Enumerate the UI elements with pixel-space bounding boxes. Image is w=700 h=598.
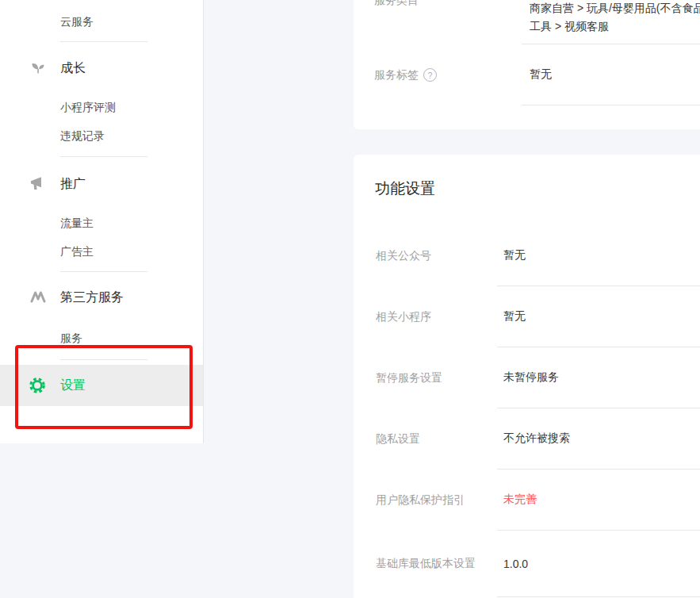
table-row: 暂停服务设置 未暂停服务 (354, 347, 700, 408)
table-row: 基础库最低版本设置 1.0.0 (354, 531, 700, 597)
sidebar-divider (60, 156, 147, 157)
related-miniprogram-label: 相关小程序 (354, 286, 497, 347)
table-row: 隐私设置 不允许被搜索 (354, 408, 700, 470)
table-row: 用户隐私保护指引 未完善 (354, 470, 700, 531)
service-category-row: 服务类目 商家自营 > 玩具/母婴用品(不含食品) 工具 > 视频客服 (354, 0, 700, 44)
sidebar-section-third-party[interactable]: 第三方服务 (60, 288, 124, 307)
service-category-label: 服务类目 (374, 0, 522, 8)
user-privacy-guide-label: 用户隐私保护指引 (354, 470, 497, 531)
function-settings-card: 功能设置 相关公众号 暂无 相关小程序 暂无 暂停服务设置 未暂停服务 隐私设置… (354, 155, 700, 598)
service-tag-label: 服务标签 (374, 68, 419, 82)
sidebar-item-miniprogram-review[interactable]: 小程序评测 (60, 98, 116, 116)
third-party-icon (29, 289, 47, 306)
table-row: 相关小程序 暂无 (354, 286, 700, 347)
service-tag-row: 服务标签 ? 暂无 (354, 44, 700, 105)
sidebar-item-violation-record[interactable]: 违规记录 (60, 127, 105, 144)
pause-service-value: 未暂停服务 (497, 347, 700, 408)
related-official-account-value: 暂无 (497, 225, 700, 286)
privacy-setting-value: 不允许被搜索 (497, 408, 700, 470)
service-category-line-2: 工具 > 视频客服 (530, 17, 700, 36)
service-category-line-1: 商家自营 > 玩具/母婴用品(不含食品) (530, 0, 700, 17)
gear-icon (29, 377, 46, 394)
sidebar-divider (60, 359, 147, 360)
service-tag-value: 暂无 (522, 44, 700, 105)
sidebar-item-service[interactable]: 服务 (60, 329, 82, 347)
service-info-card: 服务类目 商家自营 > 玩具/母婴用品(不含食品) 工具 > 视频客服 服务标签… (354, 0, 700, 129)
service-category-value: 商家自营 > 玩具/母婴用品(不含食品) 工具 > 视频客服 (522, 0, 700, 44)
sidebar-section-growth[interactable]: 成长 (60, 59, 86, 78)
function-settings-title: 功能设置 (375, 177, 435, 201)
megaphone-icon (29, 175, 47, 193)
base-library-version-value: 1.0.0 (497, 531, 700, 597)
related-miniprogram-value: 暂无 (497, 286, 700, 347)
related-official-account-label: 相关公众号 (354, 225, 497, 286)
base-library-version-label: 基础库最低版本设置 (354, 531, 497, 597)
table-row: 相关公众号 暂无 (354, 225, 700, 286)
sidebar-item-traffic-owner[interactable]: 流量主 (60, 214, 94, 232)
service-tag-label-cell: 服务标签 ? (354, 44, 522, 105)
sprout-icon (29, 59, 47, 77)
sidebar-item-advertiser[interactable]: 广告主 (60, 243, 94, 260)
sidebar-item-cloud-service[interactable]: 云服务 (60, 13, 94, 30)
user-privacy-guide-value: 未完善 (497, 470, 700, 531)
sidebar-divider (60, 41, 147, 42)
pause-service-label: 暂停服务设置 (354, 347, 497, 408)
page: 云服务 成长 小程序评测 违规记录 推广 流量主 广告主 (0, 0, 700, 598)
help-question-icon[interactable]: ? (423, 68, 437, 82)
service-category-label-cell: 服务类目 (354, 0, 522, 44)
sidebar-item-settings-label[interactable]: 设置 (60, 376, 86, 395)
privacy-setting-label: 隐私设置 (354, 408, 497, 470)
function-settings-rows: 相关公众号 暂无 相关小程序 暂无 暂停服务设置 未暂停服务 隐私设置 不允许被… (354, 225, 700, 597)
sidebar-divider (60, 271, 147, 272)
sidebar-section-promotion[interactable]: 推广 (60, 174, 86, 194)
sidebar: 云服务 成长 小程序评测 违规记录 推广 流量主 广告主 (0, 0, 204, 443)
